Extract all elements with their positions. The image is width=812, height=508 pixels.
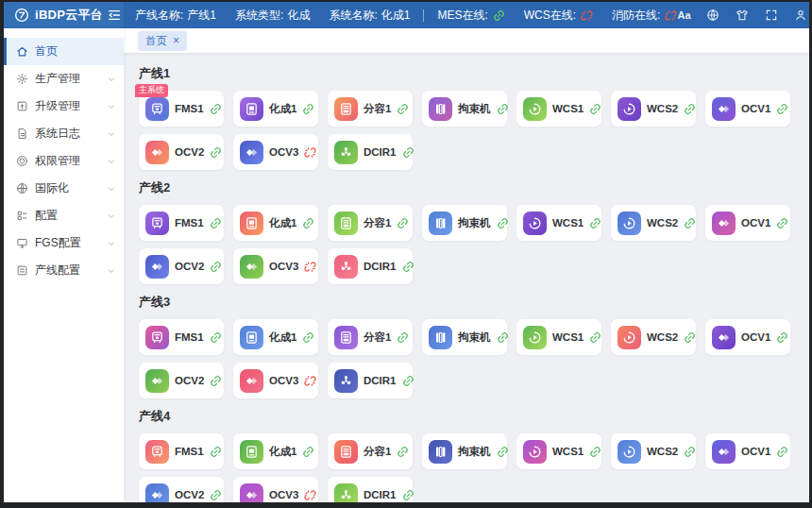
link-icon[interactable] xyxy=(684,446,696,458)
link-icon[interactable] xyxy=(589,446,601,458)
sidebar-item-permission[interactable]: 权限管理 xyxy=(4,147,124,175)
link-broken-icon[interactable] xyxy=(304,375,316,387)
system-card[interactable]: 主系统 FMS1 xyxy=(139,91,224,127)
link-icon[interactable] xyxy=(210,446,222,458)
link-icon[interactable] xyxy=(210,217,222,229)
user-icon[interactable] xyxy=(793,8,808,23)
system-card[interactable]: 拘束机 xyxy=(422,205,507,241)
system-card[interactable]: WCS2 xyxy=(611,91,696,127)
system-card[interactable]: WCS2 xyxy=(611,433,696,469)
sidebar-item-line-config[interactable]: 产线配置 xyxy=(4,257,124,284)
sidebar-item-upgrade[interactable]: 升级管理 xyxy=(4,93,124,120)
system-card[interactable]: FMS1 xyxy=(139,205,224,241)
system-card[interactable]: 化成1 xyxy=(233,91,318,127)
tab-close-icon[interactable]: × xyxy=(173,35,179,46)
system-card[interactable]: 分容1 xyxy=(328,91,413,127)
system-card[interactable]: FMS1 xyxy=(139,319,224,355)
link-icon[interactable] xyxy=(776,217,788,229)
link-icon[interactable] xyxy=(402,261,414,273)
link-icon[interactable] xyxy=(402,489,414,501)
fullscreen-icon[interactable] xyxy=(764,8,779,23)
link-icon[interactable] xyxy=(210,103,222,115)
system-card[interactable]: OCV2 xyxy=(139,477,224,502)
link-broken-icon[interactable] xyxy=(304,489,316,501)
system-card[interactable]: 拘束机 xyxy=(422,91,507,127)
link-icon[interactable] xyxy=(776,103,788,115)
system-card[interactable]: DCIR1 xyxy=(328,477,413,502)
system-card[interactable]: OCV3 xyxy=(233,248,318,284)
link-broken-icon[interactable] xyxy=(304,261,316,273)
system-card[interactable]: OCV2 xyxy=(139,363,224,398)
link-icon[interactable] xyxy=(684,217,696,229)
system-card[interactable]: DCIR1 xyxy=(328,363,413,398)
link-icon[interactable] xyxy=(210,146,222,159)
system-card[interactable]: WCS1 xyxy=(516,91,601,127)
link-icon[interactable] xyxy=(776,331,788,344)
theme-icon[interactable] xyxy=(735,8,750,23)
system-card[interactable]: DCIR1 xyxy=(328,248,413,284)
link-icon[interactable] xyxy=(684,331,696,344)
system-card[interactable]: 化成1 xyxy=(233,319,318,355)
link-icon[interactable] xyxy=(402,146,414,159)
link-icon[interactable] xyxy=(497,331,509,344)
link-icon[interactable] xyxy=(589,331,601,344)
link-icon[interactable] xyxy=(776,446,788,458)
system-card[interactable]: OCV1 xyxy=(705,205,790,241)
system-card[interactable]: WCS1 xyxy=(516,205,601,241)
font-size-button[interactable]: Aa xyxy=(677,8,690,23)
link-icon[interactable] xyxy=(684,103,696,115)
system-card[interactable]: OCV3 xyxy=(233,477,318,502)
system-card[interactable]: DCIR1 xyxy=(328,134,413,170)
sidebar-item-home[interactable]: 首页 xyxy=(4,38,124,65)
sidebar-item-production[interactable]: 生产管理 xyxy=(4,65,124,93)
link-icon[interactable] xyxy=(302,217,314,229)
sidebar-item-config[interactable]: 配置 xyxy=(4,202,124,229)
link-icon[interactable] xyxy=(589,103,601,115)
link-broken-icon[interactable] xyxy=(304,146,316,159)
system-card[interactable]: 分容1 xyxy=(328,433,413,469)
link-icon[interactable] xyxy=(302,103,314,115)
system-card[interactable]: OCV3 xyxy=(233,134,318,170)
system-card[interactable]: OCV3 xyxy=(233,363,318,398)
link-icon[interactable] xyxy=(210,489,222,501)
system-card[interactable]: OCV1 xyxy=(705,319,790,355)
system-card[interactable]: OCV1 xyxy=(705,433,790,469)
header-status-item: MES在线: xyxy=(437,8,504,24)
system-card[interactable]: WCS1 xyxy=(516,433,601,469)
system-card[interactable]: WCS2 xyxy=(611,319,696,355)
system-card[interactable]: 化成1 xyxy=(233,205,318,241)
link-icon[interactable] xyxy=(402,375,414,387)
system-card[interactable]: OCV2 xyxy=(139,134,224,170)
system-card[interactable]: 分容1 xyxy=(328,205,413,241)
sidebar-item-system-logs[interactable]: 系统日志 xyxy=(4,120,124,147)
system-card-label: 化成1 xyxy=(269,330,296,345)
link-icon[interactable] xyxy=(497,446,509,458)
sidebar-item-i18n[interactable]: 国际化 xyxy=(4,175,124,202)
language-icon[interactable] xyxy=(705,8,720,23)
system-card[interactable]: 化成1 xyxy=(233,433,318,469)
link-icon[interactable] xyxy=(210,331,222,344)
link-icon[interactable] xyxy=(210,375,222,387)
link-icon[interactable] xyxy=(589,217,601,229)
tab-label: 首页 xyxy=(145,34,167,48)
system-card[interactable]: 拘束机 xyxy=(422,319,507,355)
link-icon[interactable] xyxy=(497,217,509,229)
system-card[interactable]: 拘束机 xyxy=(422,433,507,469)
link-icon[interactable] xyxy=(397,331,409,344)
link-icon[interactable] xyxy=(210,261,222,273)
link-icon[interactable] xyxy=(302,446,314,458)
link-icon[interactable] xyxy=(497,103,509,115)
system-card[interactable]: OCV1 xyxy=(705,91,790,127)
link-icon[interactable] xyxy=(397,217,409,229)
system-card[interactable]: OCV2 xyxy=(139,248,224,284)
link-icon[interactable] xyxy=(397,446,409,458)
link-icon[interactable] xyxy=(397,103,409,115)
sidebar-collapse-icon[interactable] xyxy=(107,8,122,23)
system-card[interactable]: WCS2 xyxy=(611,205,696,241)
tab-home[interactable]: 首页 × xyxy=(138,31,187,51)
link-icon[interactable] xyxy=(302,331,314,344)
system-card[interactable]: WCS1 xyxy=(516,319,601,355)
sidebar-item-fgs-config[interactable]: FGS配置 xyxy=(4,229,124,257)
system-card[interactable]: FMS1 xyxy=(139,433,224,469)
system-card[interactable]: 分容1 xyxy=(328,319,413,355)
